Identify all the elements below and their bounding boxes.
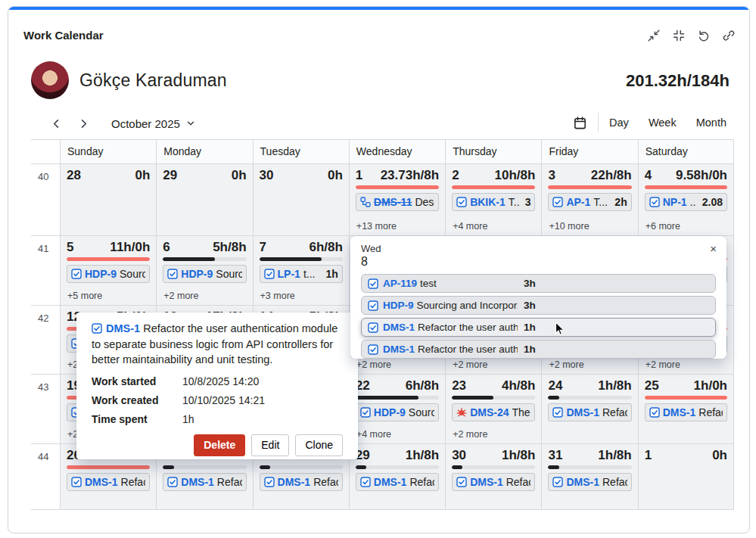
window-controls xyxy=(647,29,736,42)
collapse-diagonal-icon[interactable] xyxy=(647,29,661,42)
more-link[interactable]: +3 more xyxy=(260,291,295,301)
day-cell[interactable]: 123.73h/8hDMS-11Desig+13 more xyxy=(349,164,445,236)
progress-bar xyxy=(452,396,535,400)
day-popup: Wed 8 × AP-119test3hHDP-9Sourcing and In… xyxy=(350,236,726,359)
progress-bar-fill xyxy=(67,465,150,469)
view-day[interactable]: Day xyxy=(609,117,629,129)
issue-key: DMS-1 xyxy=(663,406,696,418)
progress-bar xyxy=(356,185,439,189)
close-icon[interactable]: × xyxy=(710,243,717,254)
day-cell-header: 49.58h/0h xyxy=(645,168,727,183)
user-name: Gökçe Karaduman xyxy=(79,70,227,91)
worklog-chip[interactable]: DMS-1Refactor the user auth... xyxy=(67,473,150,491)
worklog-chip[interactable]: DMS-1Refactor the user auth... xyxy=(356,473,439,491)
view-month[interactable]: Month xyxy=(696,117,726,129)
detail-value: 10/8/2025 14:20 xyxy=(182,375,259,387)
day-cell[interactable]: 10h xyxy=(638,444,734,510)
day-cell[interactable]: 65h/8hHDP-9Sourcing and Incorpor...+2 mo… xyxy=(156,236,252,306)
day-cell[interactable]: 322h/8hAP-1T...2h+10 more xyxy=(541,164,637,236)
day-cell[interactable]: 210h/8hBKIK-1T...3+4 more xyxy=(445,164,541,236)
more-link[interactable]: +10 more xyxy=(549,221,589,232)
week-number: 41 xyxy=(31,236,60,306)
issue-key: DMS-24 xyxy=(470,406,509,418)
progress-bar xyxy=(163,257,246,261)
more-link[interactable]: +2 more xyxy=(356,359,391,370)
popup-worklog-item[interactable]: HDP-9Sourcing and Incorpor...3h xyxy=(361,296,716,315)
day-cell[interactable]: 241h/8hDMS-1Refactor the user auth... xyxy=(541,375,637,444)
worklog-chip[interactable]: LP-1t...1h xyxy=(260,265,343,283)
more-link[interactable]: +4 more xyxy=(453,221,487,232)
issue-summary: Refactor the user auth... xyxy=(698,406,723,418)
popup-worklog-item[interactable]: DMS-1Refactor the user auth...1h xyxy=(361,318,716,337)
more-link[interactable]: +6 more xyxy=(646,221,680,232)
day-cell[interactable]: 280h xyxy=(60,164,156,236)
calendar-icon[interactable] xyxy=(573,116,587,130)
more-link[interactable]: +13 more xyxy=(356,221,397,232)
day-cell[interactable]: 234h/8hDMS-24The c...+2 more xyxy=(445,375,541,444)
day-cell[interactable]: 291h/8hDMS-1Refactor the user auth... xyxy=(349,444,445,510)
view-week[interactable]: Week xyxy=(649,117,677,129)
day-number: 6 xyxy=(163,240,170,255)
issue-summary: Refactor the user auth... xyxy=(602,476,627,488)
issue-summary: t... xyxy=(303,268,320,280)
day-number: 7 xyxy=(260,240,266,255)
worklog-chip[interactable]: NP-1...2.08 xyxy=(645,193,727,211)
collapse-corners-icon[interactable] xyxy=(672,29,686,42)
progress-bar xyxy=(260,465,343,469)
popup-day-number: 8 xyxy=(361,255,716,269)
more-link[interactable]: +2 more xyxy=(453,429,487,440)
progress-bar-fill xyxy=(645,185,727,189)
more-link[interactable]: +4 more xyxy=(356,429,391,440)
day-cell[interactable]: 311h/8hDMS-1Refactor the user auth... xyxy=(541,444,637,510)
progress-bar xyxy=(548,185,631,189)
task-icon xyxy=(649,197,660,207)
worklog-chip[interactable]: AP-1T...2h xyxy=(548,193,631,211)
day-cell[interactable]: 49.58h/0hNP-1...2.08+6 more xyxy=(638,164,734,236)
day-cell[interactable]: 290h xyxy=(156,164,252,236)
worklog-chip[interactable]: DMS-1Refactor the user auth... xyxy=(645,403,727,421)
progress-bar-fill xyxy=(163,465,173,469)
worklog-chip[interactable]: DMS-11Desig xyxy=(356,193,439,211)
worklog-chip[interactable]: BKIK-1T...3 xyxy=(452,193,535,211)
day-cell[interactable]: 511h/0hHDP-9Sourcing and Incorpor...+5 m… xyxy=(60,236,156,306)
more-link[interactable]: +5 more xyxy=(67,291,102,301)
day-cell[interactable]: 76h/8hLP-1t...1h+3 more xyxy=(253,236,349,306)
delete-button[interactable]: Delete xyxy=(194,434,245,456)
day-cell[interactable]: 251h/0hDMS-1Refactor the user auth... xyxy=(638,375,734,444)
worklog-chip[interactable]: DMS-24The c... xyxy=(452,403,535,421)
worklog-chip[interactable]: DMS-1Refactor the user auth... xyxy=(548,403,631,421)
task-icon xyxy=(552,197,563,207)
day-cell[interactable]: 301h/8hDMS-1Refactor the user auth... xyxy=(445,444,541,510)
clone-button[interactable]: Clone xyxy=(295,434,343,456)
popup-item-label: HDP-9Sourcing and Incorpor... xyxy=(368,300,518,311)
more-link[interactable]: +2 more xyxy=(453,359,487,370)
month-selector[interactable]: October 2025 xyxy=(111,117,196,130)
worklog-chip[interactable]: DMS-1Refactor the user auth... xyxy=(163,473,246,491)
reset-icon[interactable] xyxy=(697,29,711,42)
task-icon xyxy=(167,477,178,487)
more-link[interactable]: +2 more xyxy=(549,359,583,370)
worklog-chip[interactable]: DMS-1Refactor the user auth... xyxy=(548,473,631,491)
link-icon[interactable] xyxy=(722,29,736,42)
worklog-chip[interactable]: HDP-9Sourcing and Incorpor... xyxy=(67,265,150,283)
more-link[interactable]: +2 more xyxy=(163,291,198,301)
day-number: 24 xyxy=(548,378,562,393)
popup-worklog-item[interactable]: DMS-1Refactor the user auth...1h xyxy=(361,340,716,359)
popup-worklog-item[interactable]: AP-119test3h xyxy=(361,274,716,293)
task-icon xyxy=(456,197,467,207)
day-hours: 9.58h/0h xyxy=(676,168,727,183)
progress-bar xyxy=(67,257,150,261)
worklog-chip[interactable]: HDP-9Sourcing and Incorpor... xyxy=(163,265,246,283)
progress-bar xyxy=(260,257,343,261)
prev-month-button[interactable] xyxy=(46,114,66,133)
day-cell-header: 123.73h/8h xyxy=(356,168,439,183)
issue-key[interactable]: DMS-1 xyxy=(106,322,140,334)
worklog-chip[interactable]: DMS-1Refactor the user auth... xyxy=(452,473,535,491)
more-link[interactable]: +2 more xyxy=(646,359,680,370)
day-cell[interactable]: 226h/8hHDP-9Sourcing and Incorpor...+4 m… xyxy=(349,375,445,444)
worklog-chip[interactable]: DMS-1Refactor the user auth... xyxy=(260,473,343,491)
edit-button[interactable]: Edit xyxy=(251,434,289,456)
day-cell[interactable]: 300h xyxy=(253,164,349,236)
next-month-button[interactable] xyxy=(73,114,93,133)
worklog-chip[interactable]: HDP-9Sourcing and Incorpor... xyxy=(356,403,439,421)
